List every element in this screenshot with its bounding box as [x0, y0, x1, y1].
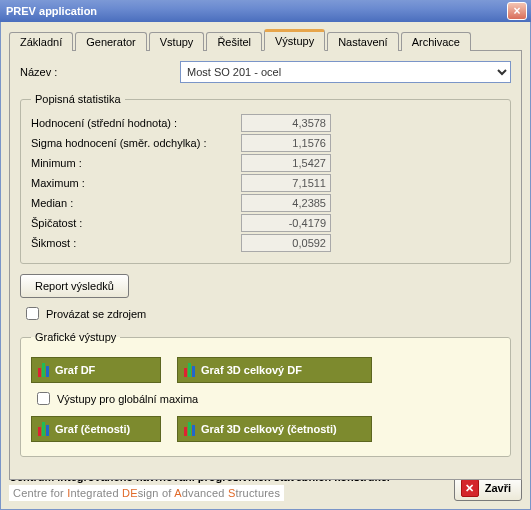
- stat-value: [241, 194, 331, 212]
- stats-legend: Popisná statistika: [31, 93, 125, 105]
- button-label: Graf (četnosti): [55, 423, 130, 435]
- stat-row: Minimum :: [31, 153, 500, 173]
- provazat-input[interactable]: [26, 307, 39, 320]
- button-label: Zavři: [485, 482, 511, 494]
- provazat-checkbox[interactable]: Provázat se zdrojem: [22, 304, 511, 323]
- report-button[interactable]: Report výsledků: [20, 274, 129, 298]
- tab-generator[interactable]: Generator: [75, 32, 147, 51]
- window-body: Základní Generator Vstupy Řešitel Výstup…: [0, 22, 531, 510]
- tab-strip: Základní Generator Vstupy Řešitel Výstup…: [9, 28, 522, 50]
- maxima-input[interactable]: [37, 392, 50, 405]
- tab-vstupy[interactable]: Vstupy: [149, 32, 205, 51]
- title-bar: PREV application ×: [0, 0, 531, 22]
- graf-fieldset: Grafické výstupy Graf DF Graf 3D celkový…: [20, 331, 511, 457]
- tab-panel: Název : Most SO 201 - ocel Popisná stati…: [9, 50, 522, 480]
- button-label: Graf 3D celkový (četnosti): [201, 423, 337, 435]
- tab-resitel[interactable]: Řešitel: [206, 32, 262, 51]
- stat-row: Hodnocení (střední hodnota) :: [31, 113, 500, 133]
- nazev-label: Název :: [20, 66, 180, 78]
- tab-archivace[interactable]: Archivace: [401, 32, 471, 51]
- chart-icon: [184, 422, 195, 436]
- stat-value: [241, 154, 331, 172]
- stat-label: Špičatost :: [31, 217, 241, 229]
- graf-legend: Grafické výstupy: [31, 331, 120, 343]
- stat-label: Median :: [31, 197, 241, 209]
- stats-fieldset: Popisná statistika Hodnocení (střední ho…: [20, 93, 511, 264]
- chart-icon: [38, 422, 49, 436]
- window-title: PREV application: [6, 5, 97, 17]
- button-label: Graf DF: [55, 364, 95, 376]
- chart-icon: [184, 363, 195, 377]
- stat-value: [241, 234, 331, 252]
- stat-row: Šikmost :: [31, 233, 500, 253]
- graf-df-button[interactable]: Graf DF: [31, 357, 161, 383]
- graf-3d-cetnosti-button[interactable]: Graf 3D celkový (četnosti): [177, 416, 372, 442]
- maxima-checkbox[interactable]: Výstupy pro globální maxima: [33, 389, 500, 408]
- stat-label: Sigma hodnocení (směr. odchylka) :: [31, 137, 241, 149]
- stat-row: Sigma hodnocení (směr. odchylka) :: [31, 133, 500, 153]
- maxima-label: Výstupy pro globální maxima: [57, 393, 198, 405]
- close-icon: ✕: [461, 479, 479, 497]
- stat-row: Maximum :: [31, 173, 500, 193]
- button-label: Graf 3D celkový DF: [201, 364, 302, 376]
- stat-row: Median :: [31, 193, 500, 213]
- window-close-button[interactable]: ×: [507, 2, 527, 20]
- nazev-select[interactable]: Most SO 201 - ocel: [180, 61, 511, 83]
- stat-label: Maximum :: [31, 177, 241, 189]
- tab-vystupy[interactable]: Výstupy: [264, 29, 325, 51]
- stat-label: Hodnocení (střední hodnota) :: [31, 117, 241, 129]
- provazat-label: Provázat se zdrojem: [46, 308, 146, 320]
- graf-3d-df-button[interactable]: Graf 3D celkový DF: [177, 357, 372, 383]
- cideas-logo: Centre for Integrated DEsign of Advanced…: [9, 485, 284, 501]
- stat-value: [241, 114, 331, 132]
- nazev-row: Název : Most SO 201 - ocel: [20, 61, 511, 83]
- tab-zakladni[interactable]: Základní: [9, 32, 73, 51]
- graf-cetnosti-button[interactable]: Graf (četnosti): [31, 416, 161, 442]
- stat-value: [241, 174, 331, 192]
- tab-nastaveni[interactable]: Nastavení: [327, 32, 399, 51]
- stat-row: Špičatost :: [31, 213, 500, 233]
- stat-value: [241, 134, 331, 152]
- stat-label: Šikmost :: [31, 237, 241, 249]
- stat-label: Minimum :: [31, 157, 241, 169]
- chart-icon: [38, 363, 49, 377]
- stat-value: [241, 214, 331, 232]
